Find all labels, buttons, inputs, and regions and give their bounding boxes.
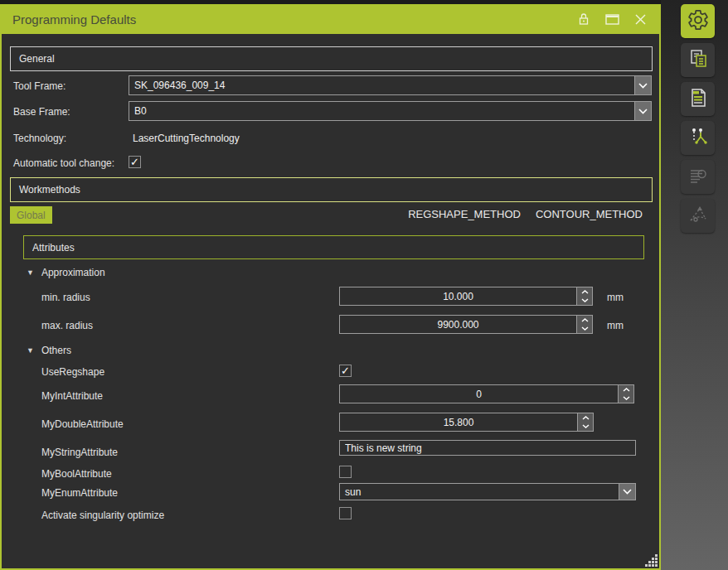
my-string-attribute-label: MyStringAttribute [41, 447, 118, 458]
approximation-expander[interactable]: ▼ Approximation [27, 267, 105, 278]
close-icon[interactable] [633, 12, 648, 27]
min-radius-value: 10.000 [340, 287, 576, 305]
list-search-icon [687, 164, 710, 191]
program-list-button [681, 160, 715, 194]
dialog-title: Programming Defaults [2, 12, 576, 27]
base-frame-combobox[interactable]: B0 [129, 101, 652, 121]
spin-down-icon[interactable] [619, 394, 633, 403]
min-radius-label: min. radius [41, 292, 90, 303]
auto-tool-change-checkbox[interactable]: ✓ [129, 156, 141, 168]
use-regshape-label: UseRegshape [41, 366, 104, 378]
min-radius-spinner[interactable]: 10.000 [339, 287, 593, 306]
workmethods-groupbox: Workmethods [10, 177, 653, 202]
spin-down-icon[interactable] [578, 423, 593, 432]
spin-down-icon[interactable] [577, 325, 592, 334]
tab-regshape-method[interactable]: REGSHAPE_METHOD [408, 208, 521, 220]
spin-up-icon[interactable] [577, 287, 592, 297]
approximation-header: Approximation [41, 267, 105, 278]
tool-frame-value: SK_096436_009_14 [129, 76, 634, 94]
copy-program-button[interactable] [681, 43, 715, 77]
general-groupbox: General [10, 46, 653, 71]
max-radius-value: 9900.000 [340, 316, 576, 333]
singularity-optimize-label: Activate singularity optimize [41, 510, 164, 521]
general-group-label: General [11, 53, 55, 65]
my-int-attribute-label: MyIntAttribute [41, 390, 103, 402]
workmethods-group-label: Workmethods [11, 184, 80, 196]
my-bool-attribute-label: MyBoolAttribute [41, 468, 112, 480]
trajectory-button [681, 199, 715, 233]
tool-frame-combobox[interactable]: SK_096436_009_14 [129, 75, 652, 95]
others-expander[interactable]: ▼ Others [27, 345, 71, 356]
max-radius-spinner[interactable]: 9900.000 [339, 315, 593, 334]
my-int-attribute-spinner[interactable]: 0 [339, 384, 634, 403]
titlebar[interactable]: Programming Defaults [2, 4, 659, 34]
trajectory-curve-icon [687, 203, 710, 229]
teach-path-button[interactable] [681, 121, 715, 155]
my-double-attribute-value: 15.800 [340, 413, 577, 431]
singularity-optimize-checkbox[interactable] [339, 507, 352, 519]
gear-icon [687, 8, 710, 35]
attributes-group-label: Attributes [24, 242, 75, 254]
my-enum-attribute-label: MyEnumAttribute [41, 487, 118, 499]
waypoints-path-icon [687, 125, 710, 152]
use-regshape-checkbox[interactable]: ✓ [339, 365, 352, 377]
resize-grip[interactable] [645, 554, 658, 570]
my-double-attribute-spinner[interactable]: 15.800 [339, 413, 594, 432]
technology-label: Technology: [13, 133, 66, 144]
min-radius-unit: mm [607, 292, 624, 303]
chevron-down-icon[interactable] [634, 102, 651, 120]
chevron-down-icon[interactable] [634, 76, 651, 94]
tab-contour-method[interactable]: CONTOUR_METHOD [536, 208, 643, 220]
base-frame-value: B0 [129, 102, 634, 120]
tab-global-label: Global [17, 210, 46, 221]
others-header: Others [41, 345, 71, 356]
pin-lock-icon[interactable] [576, 12, 591, 27]
technology-value: LaserCuttingTechnology [133, 133, 240, 144]
my-bool-attribute-checkbox[interactable] [339, 466, 352, 478]
my-double-attribute-label: MyDoubleAttribute [41, 418, 124, 430]
tab-global[interactable]: Global [10, 206, 52, 224]
max-radius-unit: mm [607, 320, 624, 331]
expander-triangle-icon: ▼ [27, 346, 34, 355]
attributes-groupbox: Attributes [23, 235, 644, 259]
my-string-attribute-input[interactable] [339, 440, 636, 456]
my-enum-attribute-combobox[interactable]: sun [339, 483, 636, 500]
base-frame-label: Base Frame: [13, 106, 70, 118]
spin-down-icon[interactable] [577, 297, 592, 306]
chevron-down-icon[interactable] [619, 484, 635, 500]
program-document-icon [687, 86, 710, 113]
programming-defaults-dialog: Programming Defaults [0, 4, 661, 570]
expander-triangle-icon: ▼ [27, 268, 34, 277]
max-radius-label: max. radius [41, 320, 93, 331]
spin-up-icon[interactable] [578, 413, 593, 423]
my-int-attribute-value: 0 [340, 385, 618, 403]
my-enum-attribute-value: sun [340, 484, 619, 500]
settings-button[interactable] [681, 4, 715, 38]
viewport-strip [661, 0, 728, 570]
spin-up-icon[interactable] [577, 316, 592, 325]
copy-document-icon [687, 47, 710, 74]
program-document-button[interactable] [681, 82, 715, 116]
auto-tool-change-label: Automatic tool change: [13, 157, 114, 169]
maximize-icon[interactable] [604, 12, 619, 27]
tool-frame-label: Tool Frame: [13, 80, 66, 92]
spin-up-icon[interactable] [619, 385, 633, 394]
